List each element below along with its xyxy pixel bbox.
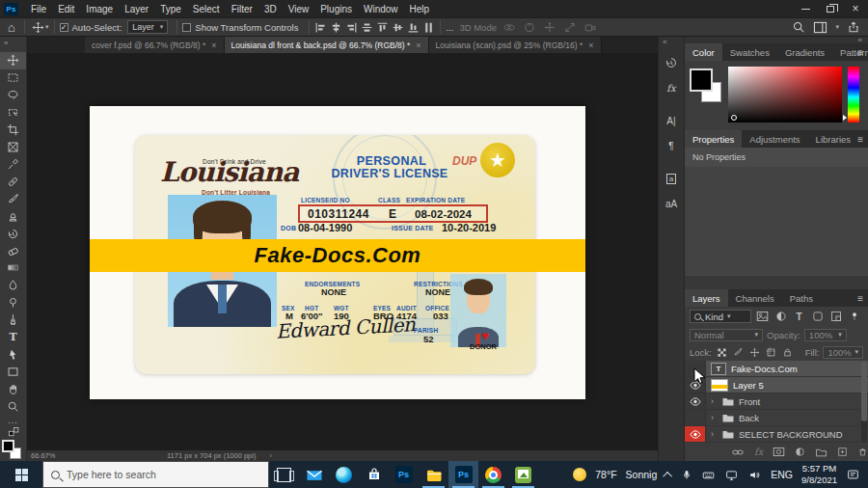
hue-slider-marker[interactable]: [843, 115, 847, 121]
taskbar-search[interactable]: [42, 461, 269, 488]
strip-collapse-icon[interactable]: «: [659, 37, 666, 50]
eraser-tool-icon[interactable]: [0, 242, 26, 259]
path-selection-tool-icon[interactable]: [0, 346, 26, 364]
tray-expand-icon[interactable]: [663, 471, 672, 480]
move-tool-preset-icon[interactable]: [30, 18, 45, 36]
distribute-v-icon[interactable]: [422, 21, 435, 34]
taskbar-clock[interactable]: 5:57 PM 9/8/2021: [801, 463, 837, 485]
spot-healing-tool-icon[interactable]: [0, 173, 26, 190]
clone-stamp-tool-icon[interactable]: [0, 207, 26, 225]
menu-window[interactable]: Window: [358, 0, 404, 17]
expand-group-icon[interactable]: ›: [711, 429, 718, 439]
tab-paths[interactable]: Paths: [782, 289, 821, 307]
lock-transparency-icon[interactable]: [716, 346, 728, 359]
dock-collapse-icon[interactable]: »: [685, 37, 868, 43]
3d-roll-icon[interactable]: [523, 21, 536, 34]
link-layers-icon[interactable]: [731, 447, 745, 457]
menu-file[interactable]: File: [25, 0, 52, 17]
close-icon[interactable]: ×: [416, 41, 420, 50]
marquee-tool-icon[interactable]: [0, 69, 26, 87]
tool-preset-caret-icon[interactable]: ▾: [45, 23, 49, 31]
auto-select-checkbox[interactable]: ✓: [60, 23, 68, 32]
filter-type-layers-icon[interactable]: T: [792, 310, 806, 323]
microphone-icon[interactable]: [681, 468, 692, 481]
character-styles-panel-icon[interactable]: aA: [660, 193, 683, 214]
taskbar-app-chrome[interactable]: [478, 461, 508, 488]
edit-toolbar-ellipsis[interactable]: ...: [0, 415, 26, 426]
restore-button[interactable]: [818, 0, 843, 17]
close-icon[interactable]: ×: [211, 41, 216, 50]
filter-shape-layers-icon[interactable]: [810, 310, 825, 323]
show-transform-checkbox[interactable]: [182, 23, 191, 32]
gradient-tool-icon[interactable]: [0, 259, 26, 277]
object-selection-tool-icon[interactable]: [0, 104, 26, 122]
weather-condition[interactable]: Sonnig: [626, 469, 658, 480]
layer-filter-toggle-icon[interactable]: [847, 310, 861, 323]
saturation-value-field[interactable]: [728, 67, 842, 122]
taskbar-app-mail[interactable]: [299, 461, 329, 488]
visibility-toggle-highlighted[interactable]: [685, 426, 706, 442]
close-icon[interactable]: ×: [588, 41, 593, 50]
panel-menu-icon[interactable]: ≡: [857, 289, 863, 307]
align-middle-v-icon[interactable]: [392, 21, 404, 34]
align-top-icon[interactable]: [376, 21, 389, 34]
layer-row-front-group[interactable]: ›Front: [685, 393, 868, 410]
layer-filter-kind-dropdown[interactable]: Kind▾: [690, 310, 751, 323]
close-button[interactable]: ×: [843, 0, 868, 17]
taskbar-app-photoshop[interactable]: Ps: [389, 461, 419, 488]
tab-adjustments[interactable]: Adjustments: [742, 130, 807, 148]
expand-group-icon[interactable]: ›: [711, 413, 718, 422]
panel-menu-icon[interactable]: ≡: [857, 43, 863, 61]
hand-tool-icon[interactable]: [0, 380, 26, 397]
visibility-toggle[interactable]: [685, 361, 706, 376]
dodge-tool-icon[interactable]: [0, 294, 26, 312]
filter-smart-objects-icon[interactable]: [828, 310, 843, 323]
tab-swatches[interactable]: Swatches: [722, 43, 777, 61]
language-indicator[interactable]: ENG: [771, 469, 793, 480]
taskbar-app-edge[interactable]: [329, 461, 359, 488]
menu-help[interactable]: Help: [404, 0, 436, 17]
align-right-icon[interactable]: [345, 21, 358, 34]
menu-edit[interactable]: Edit: [52, 0, 80, 17]
menu-select[interactable]: Select: [187, 0, 226, 17]
taskbar-app-photoshop-active[interactable]: Ps: [448, 461, 478, 488]
lock-artboard-icon[interactable]: [765, 346, 777, 359]
layer-row-select-background-group[interactable]: ›SELECT BACKGROUND: [685, 426, 868, 443]
lock-position-icon[interactable]: [748, 346, 761, 359]
swap-colors-icon[interactable]: [0, 426, 26, 438]
volume-icon[interactable]: [747, 469, 762, 481]
task-view-button[interactable]: [269, 461, 299, 488]
action-center-icon[interactable]: [846, 468, 860, 481]
panel-menu-icon[interactable]: ≡: [857, 130, 863, 148]
menu-filter[interactable]: Filter: [226, 0, 258, 17]
tab-louisiana-front-back[interactable]: Louisiana dl front & back.psd @ 66.7% (R…: [225, 37, 429, 53]
layer-mask-icon[interactable]: [773, 447, 785, 457]
menu-image[interactable]: Image: [80, 0, 119, 17]
layer-row-back-group[interactable]: ›Back: [685, 410, 868, 426]
zoom-level-field[interactable]: 66.67%: [27, 451, 104, 460]
visibility-toggle[interactable]: [685, 377, 706, 393]
lock-pixels-icon[interactable]: [732, 346, 745, 359]
character-panel-icon[interactable]: A|: [660, 110, 683, 131]
eyedropper-tool-icon[interactable]: [0, 155, 26, 173]
share-icon[interactable]: [847, 20, 860, 34]
styles-panel-icon[interactable]: fx: [660, 77, 683, 98]
document-canvas[interactable]: Don't Drink and Drive Louisiana Don't Li…: [90, 106, 585, 399]
history-brush-tool-icon[interactable]: [0, 225, 26, 242]
tab-properties[interactable]: Properties: [685, 130, 742, 148]
lasso-tool-icon[interactable]: [0, 87, 26, 104]
filter-adjustment-layers-icon[interactable]: [773, 310, 788, 323]
taskbar-search-input[interactable]: [67, 469, 240, 480]
status-chevron-icon[interactable]: ›: [269, 451, 272, 460]
blur-tool-icon[interactable]: [0, 277, 26, 294]
history-panel-icon[interactable]: [660, 52, 683, 73]
home-icon[interactable]: ⌂: [4, 18, 19, 36]
delete-layer-icon[interactable]: [857, 447, 868, 457]
3d-slide-icon[interactable]: [563, 21, 577, 34]
foreground-color-well[interactable]: [690, 68, 713, 92]
new-group-icon[interactable]: [815, 447, 827, 457]
tab-channels[interactable]: Channels: [728, 289, 782, 307]
color-picker-marker[interactable]: [731, 115, 737, 121]
weather-temperature[interactable]: 78°F: [595, 469, 616, 480]
tab-layers[interactable]: Layers: [685, 289, 728, 307]
